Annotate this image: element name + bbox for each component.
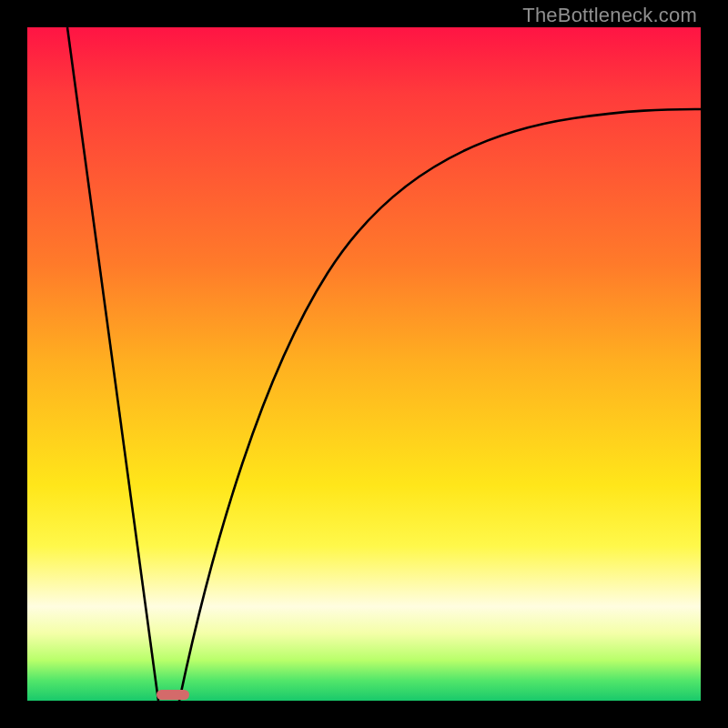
min-marker bbox=[157, 690, 189, 700]
curve-right bbox=[179, 109, 701, 701]
chart-frame: TheBottleneck.com bbox=[0, 0, 728, 728]
curve-layer bbox=[27, 27, 701, 701]
plot-area bbox=[27, 27, 701, 701]
curve-left bbox=[67, 27, 158, 701]
watermark-text: TheBottleneck.com bbox=[522, 4, 697, 27]
